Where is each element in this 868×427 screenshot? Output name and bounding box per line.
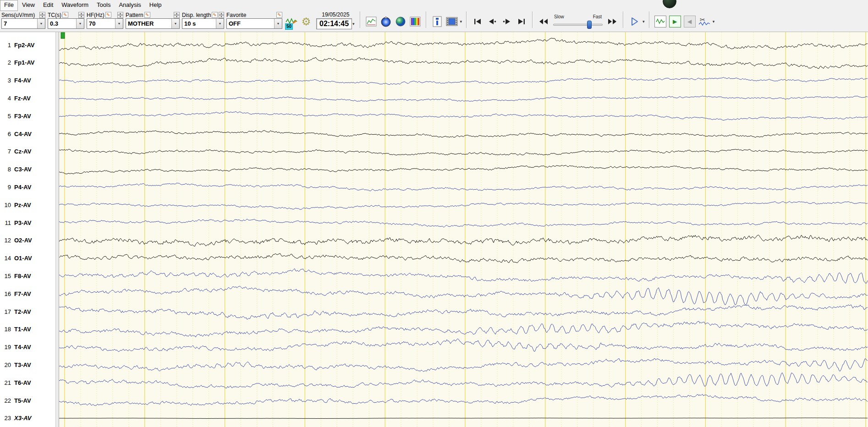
hf-up-button[interactable]: ▲ — [117, 12, 123, 15]
clip-eeg-button[interactable]: ✂ — [698, 15, 711, 28]
colormap-icon — [410, 16, 421, 27]
channel-label-row[interactable]: 19T4-AV — [0, 343, 56, 351]
settings-button[interactable]: ⚙ — [299, 15, 313, 28]
separator — [532, 11, 533, 28]
channel-number: 19 — [0, 344, 11, 350]
display-length-select[interactable]: 10 s ▼ — [182, 18, 224, 29]
brain-map-button[interactable] — [379, 15, 393, 28]
channel-number: 4 — [0, 95, 11, 102]
menu-item-file[interactable]: File — [0, 0, 18, 11]
fast-forward-button[interactable] — [605, 15, 619, 28]
channel-label-row[interactable]: 12O2-AV — [0, 236, 56, 245]
chevron-down-icon[interactable]: ▼ — [274, 19, 282, 28]
skip-to-start-icon — [473, 18, 482, 25]
channel-label-row[interactable]: 20T3-AV — [0, 361, 56, 369]
tc-down-button[interactable]: ▼ — [78, 15, 84, 18]
channel-name: F7-AV — [14, 290, 31, 297]
panel-splitter[interactable] — [56, 32, 59, 427]
colormap-button[interactable] — [408, 15, 422, 28]
sensitivity-up-button[interactable]: ▲ — [39, 12, 45, 15]
slider-track[interactable] — [553, 24, 603, 26]
channel-label-row[interactable]: 17T2-AV — [0, 307, 56, 316]
event-marker[interactable] — [61, 33, 65, 38]
tc-up-button[interactable]: ▲ — [78, 12, 84, 15]
channel-label-row[interactable]: 3F4-AV — [0, 77, 56, 85]
chevron-down-icon[interactable]: ▼ — [216, 19, 224, 28]
favorite-select[interactable]: OFF ▼ — [226, 18, 282, 29]
hf-down-button[interactable]: ▼ — [117, 15, 123, 18]
chevron-down-icon[interactable]: ▼ — [76, 19, 84, 28]
menu-item-tools[interactable]: Tools — [93, 0, 115, 11]
favorite-value: OFF — [227, 20, 274, 27]
waveform-edit-button[interactable]: 50 — [285, 15, 298, 28]
channel-label-row[interactable]: 2Fp1-AV — [0, 59, 56, 67]
channel-label-row[interactable]: 7Cz-AV — [0, 148, 56, 156]
eeg-trace-P4-AV — [59, 183, 868, 191]
time-display[interactable]: 02:14:45 — [316, 18, 352, 29]
step-back-button[interactable] — [485, 15, 499, 28]
channel-label-row[interactable]: 16F7-AV — [0, 290, 56, 298]
edit-pencil-icon[interactable]: ✎ — [62, 12, 68, 18]
channel-label-row[interactable]: 8C3-AV — [0, 165, 56, 174]
speed-slider[interactable] — [552, 20, 604, 29]
step-forward-button[interactable] — [500, 15, 514, 28]
menu-item-waveform[interactable]: Waveform — [57, 0, 93, 11]
slider-handle[interactable] — [587, 21, 592, 29]
chevron-down-icon[interactable]: ▼ — [37, 19, 45, 28]
jump-to-end-button[interactable] — [515, 15, 528, 28]
edit-pencil-icon[interactable]: ✎ — [212, 12, 217, 18]
start-playback-button[interactable]: ▶ — [668, 15, 682, 28]
channel-label-row[interactable]: 23X3-AV — [0, 414, 56, 422]
info-report-button[interactable] — [430, 15, 444, 28]
edit-pencil-icon[interactable]: ✎ — [144, 12, 150, 18]
channel-label-row[interactable]: 14O1-AV — [0, 254, 56, 263]
sphere-map-button[interactable] — [394, 15, 407, 28]
channel-label-row[interactable]: 6C4-AV — [0, 130, 56, 138]
eeg-traces[interactable] — [59, 32, 868, 427]
review-waveform-button[interactable] — [654, 15, 667, 28]
edit-pencil-icon[interactable]: ✎ — [276, 12, 282, 18]
chevron-down-icon[interactable]: ▼ — [171, 19, 179, 28]
video-button[interactable] — [445, 15, 459, 28]
disp-up-button[interactable]: ▲ — [219, 12, 224, 15]
menu-item-view[interactable]: View — [18, 0, 39, 11]
chevron-down-icon[interactable]: ▼ — [115, 19, 123, 28]
jump-to-start-button[interactable] — [471, 15, 484, 28]
channel-label-row[interactable]: 11P3-AV — [0, 219, 56, 227]
chevron-down-icon[interactable]: ▾ — [712, 19, 715, 24]
scissors-eeg-icon: ✂ — [698, 16, 710, 27]
pattern-down-button[interactable]: ▼ — [174, 15, 180, 18]
disp-spinner: ▲▼ — [219, 12, 224, 18]
channel-label-row[interactable]: 5F3-AV — [0, 112, 56, 120]
channel-label-row[interactable]: 18T1-AV — [0, 325, 56, 334]
chevron-down-icon[interactable]: ▾ — [460, 19, 463, 24]
channel-label-row[interactable]: 1Fp2-AV — [0, 41, 56, 49]
sensitivity-down-button[interactable]: ▼ — [39, 15, 45, 18]
tc-select[interactable]: 0.3 ▼ — [48, 18, 84, 29]
fast-rewind-button[interactable] — [537, 15, 550, 28]
menu-item-analysis[interactable]: Analysis — [115, 0, 145, 11]
menu-item-edit[interactable]: Edit — [39, 0, 57, 11]
eeg-trace-X3-AV — [59, 418, 868, 419]
separator — [360, 11, 361, 28]
channel-label-row[interactable]: 10Pz-AV — [0, 201, 56, 209]
waveform-canvas[interactable] — [59, 32, 868, 427]
play-button[interactable] — [627, 15, 641, 28]
channel-label-row[interactable]: 22T5-AV — [0, 396, 56, 405]
sensitivity-select[interactable]: 7 ▼ — [1, 18, 45, 29]
channel-label-row[interactable]: 9P4-AV — [0, 183, 56, 191]
hf-select[interactable]: 70 ▼ — [87, 18, 123, 29]
channel-label-row[interactable]: 21T6-AV — [0, 378, 56, 387]
menu-item-help[interactable]: Help — [145, 0, 166, 11]
previous-page-button[interactable]: ◀ — [683, 15, 697, 28]
pattern-select[interactable]: MOTHER ▼ — [126, 18, 180, 29]
channel-label-row[interactable]: 4Fz-AV — [0, 94, 56, 102]
disp-down-button[interactable]: ▼ — [219, 15, 224, 18]
eeg-trace-O1-AV — [59, 253, 868, 263]
chevron-down-icon[interactable]: ▾ — [352, 22, 355, 26]
channel-label-row[interactable]: 15F8-AV — [0, 272, 56, 280]
pattern-up-button[interactable]: ▲ — [174, 12, 180, 15]
edit-pencil-icon[interactable]: ✎ — [105, 12, 111, 18]
chevron-down-icon[interactable]: ▾ — [642, 19, 645, 24]
trend-chart-button[interactable] — [364, 15, 378, 28]
